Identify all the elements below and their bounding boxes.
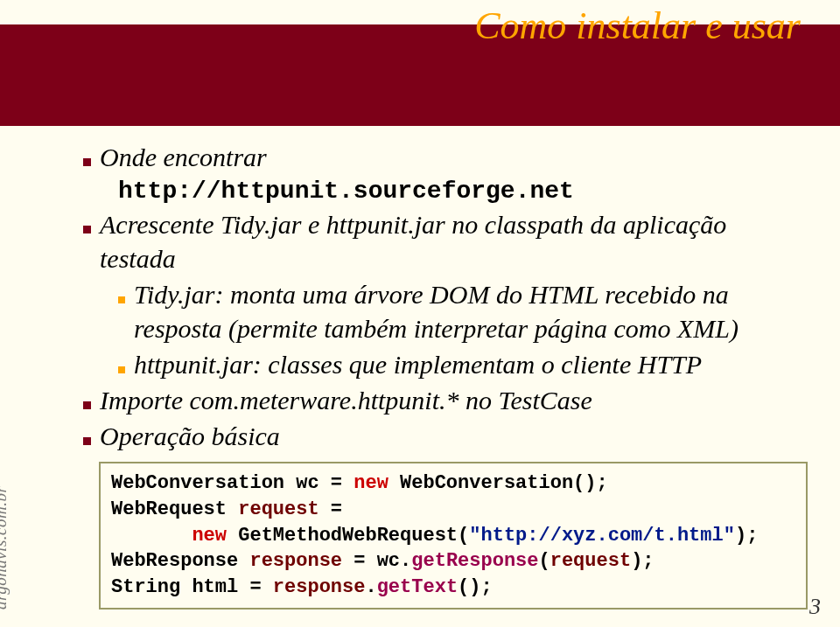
page-number: 3 xyxy=(809,594,821,620)
bullet-text: Importe com.meterware.httpunit.* no Test… xyxy=(100,383,592,417)
code-text: WebConversation wc = new WebConversation… xyxy=(111,472,758,598)
sub-bullet-2: httpunit.jar: classes que implementam o … xyxy=(118,347,805,381)
bullet-icon xyxy=(83,437,91,445)
bullet-1: Onde encontrar xyxy=(83,140,805,174)
bullet-2: Acrescente Tidy.jar e httpunit.jar no cl… xyxy=(83,207,805,275)
bullet-4: Operação básica xyxy=(83,419,805,453)
bullet-text: Onde encontrar xyxy=(100,140,267,174)
slide-title: Como instalar e usar xyxy=(474,3,801,48)
sub-bullet-icon xyxy=(118,366,125,373)
bullet-icon xyxy=(83,226,91,233)
code-block: WebConversation wc = new WebConversation… xyxy=(99,462,808,609)
bullet-icon xyxy=(83,158,91,166)
slide-content: Onde encontrar http://httpunit.sourcefor… xyxy=(83,140,805,610)
sub-bullet-text: httpunit.jar: classes que implementam o … xyxy=(134,347,702,381)
bullet-icon xyxy=(83,401,91,409)
bullet-3: Importe com.meterware.httpunit.* no Test… xyxy=(83,383,805,417)
bullet-text: Acrescente Tidy.jar e httpunit.jar no cl… xyxy=(100,207,805,275)
url-line: http://httpunit.sourceforge.net xyxy=(118,176,805,207)
sub-bullet-1: Tidy.jar: monta uma árvore DOM do HTML r… xyxy=(118,277,805,345)
sub-bullet-text: Tidy.jar: monta uma árvore DOM do HTML r… xyxy=(134,277,805,345)
sub-bullet-icon xyxy=(118,296,125,303)
sidebar-brand: argonavis.com.br xyxy=(0,486,10,610)
bullet-text: Operação básica xyxy=(100,419,280,453)
